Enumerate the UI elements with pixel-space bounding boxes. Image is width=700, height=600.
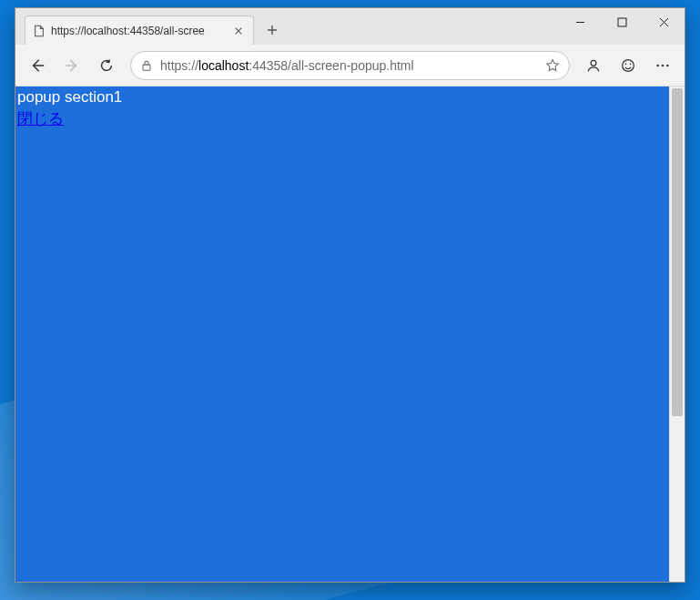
svg-point-6 — [656, 64, 659, 66]
profile-button[interactable] — [577, 49, 610, 82]
address-text: https://localhost:44358/all-screen-popup… — [160, 58, 538, 73]
browser-window: https://localhost:44358/all-scree — [15, 7, 685, 583]
svg-point-5 — [630, 63, 632, 65]
svg-point-8 — [666, 64, 669, 66]
minimize-button[interactable] — [559, 8, 601, 36]
scrollbar-thumb[interactable] — [672, 88, 683, 416]
svg-point-2 — [591, 60, 596, 66]
url-host: localhost — [198, 58, 249, 73]
window-controls — [559, 8, 685, 36]
svg-point-3 — [623, 59, 634, 71]
popup-section-title: popup section1 — [15, 86, 669, 108]
svg-rect-0 — [618, 18, 626, 26]
feedback-button[interactable] — [612, 49, 644, 82]
svg-rect-1 — [143, 65, 150, 70]
forward-button[interactable] — [56, 49, 88, 82]
close-window-button[interactable] — [643, 8, 685, 36]
close-link[interactable]: 閉じる — [15, 108, 66, 130]
svg-point-7 — [662, 64, 664, 66]
toolbar: https://localhost:44358/all-screen-popup… — [15, 45, 685, 86]
back-button[interactable] — [21, 49, 54, 82]
favorite-icon[interactable] — [545, 58, 560, 73]
tab-close-button[interactable] — [231, 24, 246, 38]
url-prefix: https:// — [160, 58, 198, 73]
tab-title: https://localhost:44358/all-scree — [51, 25, 226, 37]
browser-tab[interactable]: https://localhost:44358/all-scree — [25, 15, 254, 45]
lock-icon — [140, 59, 153, 72]
page-icon — [33, 25, 46, 37]
scrollbar[interactable] — [669, 86, 685, 582]
titlebar: https://localhost:44358/all-scree — [15, 8, 685, 45]
address-bar[interactable]: https://localhost:44358/all-screen-popup… — [130, 51, 570, 80]
refresh-button[interactable] — [90, 49, 123, 82]
content-area: popup section1 閉じる — [15, 86, 685, 582]
maximize-button[interactable] — [601, 8, 643, 36]
url-suffix: :44358/all-screen-popup.html — [249, 58, 413, 73]
new-tab-button[interactable] — [259, 17, 285, 43]
svg-point-4 — [625, 63, 627, 65]
page-body: popup section1 閉じる — [15, 86, 669, 582]
more-button[interactable] — [646, 49, 679, 82]
